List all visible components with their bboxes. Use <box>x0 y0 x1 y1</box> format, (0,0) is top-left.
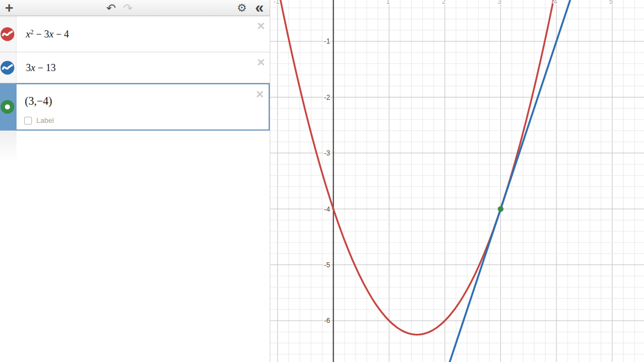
expression-content[interactable]: (3,−4) × Label <box>17 83 270 131</box>
redo-icon: ↷ <box>123 2 133 14</box>
svg-text:5: 5 <box>609 0 613 6</box>
graphing-calculator-app: + ↶ ↷ ⚙ « x2 − 3x − 4 × <box>0 0 644 362</box>
label-checkbox-text: Label <box>36 116 54 125</box>
expression-row[interactable]: x2 − 3x − 4 × <box>0 16 270 52</box>
expression-text: (3,−4) <box>25 95 52 107</box>
svg-text:-1: -1 <box>324 37 330 45</box>
expression-text: 3x − 13 <box>26 62 56 73</box>
expression-row-selected[interactable]: (3,−4) × Label <box>0 83 270 131</box>
svg-text:-2: -2 <box>324 94 330 101</box>
expression-row[interactable]: 3x − 13 × <box>0 52 270 83</box>
close-icon[interactable]: × <box>257 19 265 33</box>
gear-icon[interactable]: ⚙ <box>237 2 247 13</box>
label-checkbox[interactable] <box>24 117 32 125</box>
svg-text:-1: -1 <box>274 0 280 6</box>
close-icon[interactable]: × <box>256 88 264 101</box>
empty-expression-area[interactable] <box>0 131 270 362</box>
graph-plot[interactable]: -1-2-3-4-5-6-112345 <box>270 0 644 362</box>
expression-gutter <box>0 16 17 52</box>
expression-content[interactable]: x2 − 3x − 4 × <box>17 16 270 52</box>
label-checkbox-row[interactable]: Label <box>24 116 54 125</box>
expression-content[interactable]: 3x − 13 × <box>17 52 270 83</box>
collapse-panel-icon[interactable]: « <box>255 2 264 13</box>
svg-text:1: 1 <box>386 0 390 6</box>
graph-canvas[interactable]: -1-2-3-4-5-6-112345 <box>270 0 644 362</box>
undo-icon[interactable]: ↶ <box>106 2 116 14</box>
svg-text:-5: -5 <box>324 261 330 269</box>
add-expression-button[interactable]: + <box>5 2 13 14</box>
svg-text:4: 4 <box>553 0 557 6</box>
svg-text:-3: -3 <box>324 149 330 157</box>
close-icon[interactable]: × <box>257 56 265 69</box>
curve-color-icon[interactable] <box>0 26 15 41</box>
expression-gutter <box>0 83 17 131</box>
point-color-icon[interactable] <box>0 100 15 115</box>
expression-gutter <box>0 52 17 83</box>
curve-color-icon[interactable] <box>0 60 15 75</box>
sidebar-toolbar: + ↶ ↷ ⚙ « <box>0 0 270 16</box>
svg-text:3: 3 <box>498 0 501 6</box>
svg-text:-4: -4 <box>324 206 330 213</box>
expression-text: x2 − 3x − 4 <box>26 28 69 40</box>
svg-text:-6: -6 <box>324 317 330 325</box>
svg-text:2: 2 <box>442 0 446 6</box>
gutter-fade <box>0 131 17 163</box>
expression-sidebar: + ↶ ↷ ⚙ « x2 − 3x − 4 × <box>0 0 270 362</box>
